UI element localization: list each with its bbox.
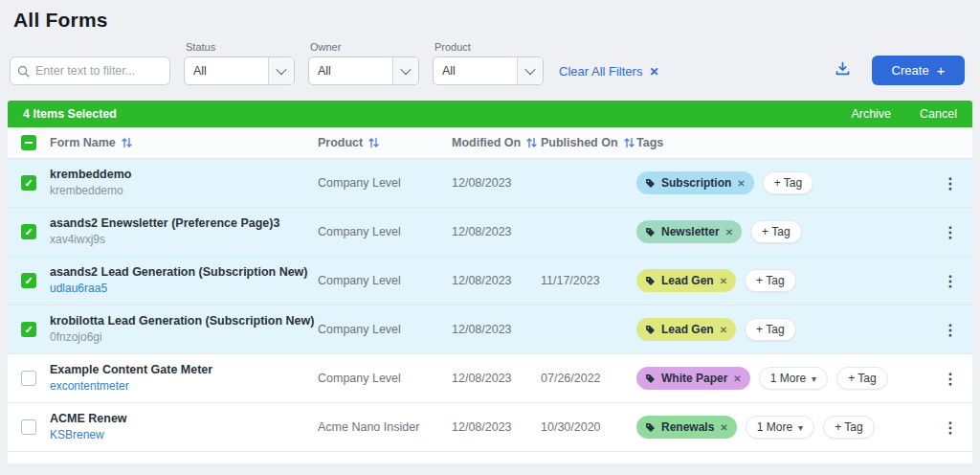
table-row: krembeddemokrembeddemoCompany Level12/08… — [8, 159, 972, 208]
add-tag-button[interactable]: + Tag — [745, 318, 795, 341]
tag-pill: Subscription — [636, 171, 754, 194]
form-subtitle: 0fnzojo6gi — [50, 329, 318, 345]
form-subtitle-link[interactable]: excontentmeter — [50, 378, 318, 394]
remove-tag-icon[interactable] — [720, 274, 727, 287]
row-checkbox[interactable] — [21, 322, 36, 337]
more-tags-button[interactable]: 1 More — [759, 367, 828, 390]
add-tag-button[interactable]: + Tag — [763, 171, 813, 194]
modified-on-cell: 12/08/2023 — [452, 225, 541, 238]
add-tag-button[interactable]: + Tag — [836, 367, 887, 390]
tag-icon — [645, 373, 656, 384]
select-all-checkbox[interactable] — [21, 135, 36, 150]
tag-label: Lead Gen — [661, 274, 714, 287]
row-checkbox[interactable] — [21, 224, 36, 239]
chevron-down-icon — [268, 57, 294, 84]
add-tag-button[interactable]: + Tag — [823, 416, 874, 439]
form-subtitle-link[interactable]: udlau6raa5 — [50, 281, 318, 296]
tag-icon — [645, 325, 656, 335]
add-tag-label: + Tag — [762, 225, 790, 238]
form-name: krobilotta Lead Generation (Subscription… — [50, 313, 318, 329]
product-cell: Company Level — [318, 323, 452, 336]
tag-pill: Lead Gen — [636, 318, 736, 341]
product-filter: Product All — [433, 41, 544, 85]
kebab-menu-button[interactable] — [937, 272, 964, 290]
add-tag-button[interactable]: + Tag — [745, 269, 795, 292]
product-cell: Acme Nano Insider — [318, 420, 452, 434]
modified-on-cell: 12/08/2023 — [452, 274, 541, 287]
kebab-menu-button[interactable] — [937, 418, 964, 437]
filter-bar: Status All Owner All Product All Clear A… — [10, 41, 965, 85]
published-on-cell: 11/17/2023 — [541, 274, 636, 287]
chevron-down-icon — [798, 420, 803, 434]
tag-label: Subscription — [661, 176, 731, 190]
table-row: asands2 Enewsletter (Preference Page)3xa… — [8, 208, 972, 257]
modified-on-cell: 12/08/2023 — [452, 323, 541, 336]
status-filter-select[interactable]: All — [184, 57, 295, 85]
kebab-menu-button[interactable] — [937, 223, 964, 241]
clear-all-filters-button[interactable]: Clear All Filters — [559, 57, 658, 85]
row-checkbox[interactable] — [21, 419, 36, 435]
table-filler — [8, 452, 972, 464]
remove-tag-icon[interactable] — [720, 420, 727, 434]
row-checkbox[interactable] — [21, 371, 36, 386]
search-field-wrap — [10, 57, 170, 85]
search-input[interactable] — [10, 57, 170, 85]
tag-pill: Lead Gen — [636, 269, 736, 292]
tag-pill: Newsletter — [636, 220, 742, 243]
row-checkbox[interactable] — [21, 175, 36, 191]
form-subtitle-link[interactable]: KSBrenew — [50, 427, 318, 442]
add-tag-label: + Tag — [756, 274, 784, 287]
chevron-down-icon — [517, 57, 543, 84]
cancel-button[interactable]: Cancel — [920, 107, 957, 121]
create-button-label: Create — [892, 63, 929, 78]
plus-icon — [937, 63, 946, 79]
table-header-row: Form Name Product Modified On Published … — [8, 127, 972, 159]
kebab-menu-button[interactable] — [937, 370, 964, 388]
more-tags-button[interactable]: 1 More — [746, 416, 814, 439]
add-tag-label: + Tag — [756, 323, 784, 336]
add-tag-button[interactable]: + Tag — [750, 220, 801, 243]
download-button[interactable] — [833, 59, 853, 81]
sort-icon[interactable] — [624, 137, 635, 148]
kebab-menu-button[interactable] — [937, 174, 964, 192]
modified-on-cell: 12/08/2023 — [452, 372, 541, 385]
add-tag-label: + Tag — [835, 420, 862, 434]
form-name: krembeddemo — [50, 167, 318, 183]
create-button[interactable]: Create — [872, 56, 965, 85]
tag-label: Renewals — [661, 420, 714, 434]
published-on-cell: 07/26/2022 — [541, 372, 636, 385]
form-name: asands2 Lead Generation (Subscription Ne… — [50, 264, 318, 281]
column-header-product: Product — [318, 136, 363, 149]
kebab-menu-button[interactable] — [937, 321, 964, 339]
add-tag-label: + Tag — [774, 176, 802, 190]
add-tag-label: + Tag — [848, 372, 876, 385]
owner-filter-select[interactable]: All — [308, 57, 419, 85]
remove-tag-icon[interactable] — [725, 225, 733, 238]
product-filter-select[interactable]: All — [433, 57, 544, 85]
archive-button[interactable]: Archive — [851, 107, 891, 121]
remove-tag-icon[interactable] — [733, 372, 741, 385]
table-row: asands2 Lead Generation (Subscription Ne… — [8, 257, 972, 305]
form-name: ACME Renew — [50, 411, 318, 427]
owner-filter-label: Owner — [310, 41, 419, 53]
column-header-published-on: Published On — [541, 136, 618, 149]
search-icon — [17, 64, 30, 77]
product-filter-label: Product — [434, 41, 544, 53]
page-title: All Forms — [13, 9, 980, 32]
column-header-modified-on: Modified On — [452, 136, 521, 149]
product-filter-value: All — [434, 64, 517, 78]
remove-tag-icon[interactable] — [720, 323, 727, 336]
selection-bar-actions: Archive Cancel — [851, 107, 957, 121]
selected-count: 4 Items Selected — [23, 107, 117, 121]
remove-tag-icon[interactable] — [737, 176, 745, 190]
row-checkbox[interactable] — [21, 273, 36, 288]
modified-on-cell: 12/08/2023 — [452, 420, 541, 434]
form-name: asands2 Enewsletter (Preference Page)3 — [50, 215, 318, 232]
form-subtitle: xav4iwxj9s — [50, 232, 318, 247]
sort-icon[interactable] — [526, 137, 537, 148]
owner-filter: Owner All — [308, 41, 419, 85]
table-row: ACME RenewKSBrenewAcme Nano Insider12/08… — [8, 403, 972, 452]
sort-icon[interactable] — [122, 137, 132, 148]
sort-icon[interactable] — [368, 137, 379, 148]
chevron-down-icon — [392, 57, 418, 84]
